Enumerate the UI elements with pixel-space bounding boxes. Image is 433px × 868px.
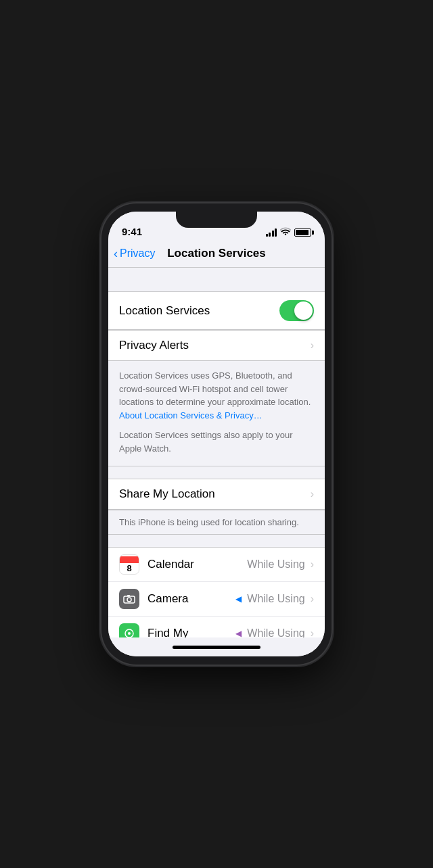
back-chevron-icon: ‹ [114, 247, 118, 261]
status-time: 9:41 [122, 226, 142, 237]
calendar-chevron-icon: › [311, 558, 314, 571]
app-row-calendar[interactable]: 8 Calendar While Using › [108, 548, 325, 582]
app-row-findmy[interactable]: Find My ◀ While Using › [108, 617, 325, 637]
app-name-calendar: Calendar [147, 558, 247, 571]
calendar-icon: 8 [119, 554, 139, 575]
back-label: Privacy [120, 247, 155, 260]
nav-bar: ‹ Privacy Location Services [108, 241, 325, 268]
svg-point-4 [128, 632, 131, 635]
calendar-icon-body: 8 [125, 563, 133, 573]
findmy-status: While Using [247, 627, 304, 637]
camera-icon [119, 589, 139, 609]
apps-list: 8 Calendar While Using › [108, 547, 325, 637]
signal-bars-icon [266, 228, 277, 237]
calendar-icon-header [120, 556, 139, 563]
findmy-value: ◀ While Using › [235, 627, 314, 637]
description-main-text: Location Services uses GPS, Bluetooth, a… [119, 370, 311, 407]
calendar-value: While Using › [247, 558, 314, 571]
notch [176, 212, 257, 228]
calendar-status: While Using [247, 558, 304, 571]
wifi-icon [280, 227, 291, 237]
nav-title: Location Services [167, 247, 266, 260]
toggle-knob [294, 302, 313, 320]
findmy-location-arrow-icon: ◀ [235, 629, 242, 637]
description-link[interactable]: About Location Services & Privacy… [119, 410, 263, 420]
location-services-label: Location Services [119, 304, 279, 318]
location-services-description: Location Services uses GPS, Bluetooth, a… [108, 361, 325, 466]
phone-frame: 9:41 [101, 203, 332, 665]
camera-chevron-icon: › [311, 593, 314, 605]
battery-icon [294, 228, 311, 237]
home-indicator [108, 637, 325, 656]
findmy-chevron-icon: › [311, 627, 314, 637]
svg-rect-2 [127, 595, 130, 597]
svg-point-1 [127, 598, 131, 602]
back-button[interactable]: ‹ Privacy [114, 247, 155, 261]
privacy-alerts-chevron-icon: › [311, 339, 314, 352]
app-name-findmy: Find My [147, 627, 235, 637]
privacy-alerts-label: Privacy Alerts [119, 339, 308, 352]
share-my-location-info: This iPhone is being used for location s… [108, 510, 325, 535]
app-name-camera: Camera [147, 592, 235, 606]
share-my-location-info-text: This iPhone is being used for location s… [119, 517, 299, 527]
camera-value: ◀ While Using › [235, 593, 314, 605]
section-gap-mid [108, 466, 325, 479]
privacy-alerts-group: Privacy Alerts › [108, 330, 325, 361]
camera-status: While Using [247, 593, 304, 605]
share-my-location-chevron-icon: › [311, 488, 314, 500]
section-gap-top [108, 268, 325, 291]
phone-screen: 9:41 [108, 212, 325, 656]
home-bar [173, 646, 260, 649]
content-area: Location Services Privacy Alerts › Locat… [108, 268, 325, 637]
share-my-location-row[interactable]: Share My Location › [108, 479, 325, 509]
share-my-location-group: Share My Location › [108, 479, 325, 510]
camera-location-arrow-icon: ◀ [235, 594, 242, 604]
app-row-camera[interactable]: Camera ◀ While Using › [108, 582, 325, 617]
description-secondary-text: Location Services settings also apply to… [119, 429, 314, 455]
share-my-location-label: Share My Location [119, 487, 308, 501]
location-services-row: Location Services [108, 292, 325, 329]
location-services-group: Location Services [108, 291, 325, 330]
privacy-alerts-row[interactable]: Privacy Alerts › [108, 331, 325, 360]
location-services-toggle[interactable] [279, 300, 314, 321]
findmy-icon [119, 623, 139, 637]
status-icons [266, 227, 312, 237]
section-gap-apps [108, 535, 325, 547]
